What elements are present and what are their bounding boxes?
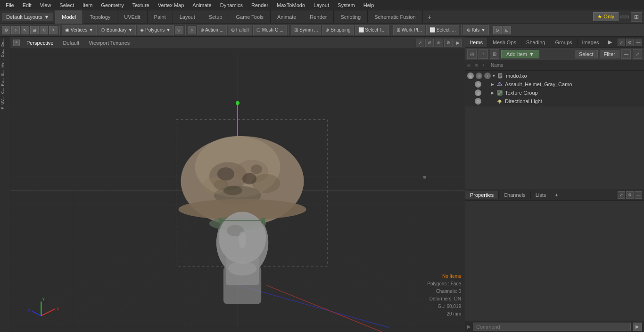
- command-exec-button[interactable]: ▶: [633, 323, 642, 331]
- panel-tab-items[interactable]: Items: [465, 38, 488, 47]
- panel-tab-mesh-ops[interactable]: Mesh Ops: [488, 38, 521, 47]
- layout-star-button[interactable]: ★ Only: [593, 12, 619, 21]
- sidebar-btn-f[interactable]: F: [0, 106, 10, 110]
- toolbar-mode-icon[interactable]: ▽: [175, 26, 183, 34]
- sidebar-btn-c[interactable]: C...: [0, 87, 10, 95]
- toolbar-snapping-btn[interactable]: ⊕ Snapping: [322, 25, 354, 35]
- toolbar-extra1-icon[interactable]: ⊙: [493, 26, 502, 34]
- command-prompt-icon[interactable]: ▶: [467, 324, 471, 329]
- tab-game-tools[interactable]: Game Tools: [229, 10, 271, 24]
- viewport-nav-icon[interactable]: ⤢: [416, 39, 424, 47]
- panel-expand-icon[interactable]: ⤢: [618, 39, 625, 46]
- items-filter-button[interactable]: Filter: [600, 50, 619, 58]
- viewport-expand-icon[interactable]: ▶: [454, 39, 462, 47]
- item-modo-lxo[interactable]: ◎ ⊞ + ▼ modo.lxo: [465, 72, 644, 80]
- prop-tab-lists[interactable]: Lists: [531, 191, 552, 199]
- toolbar-circle-icon[interactable]: ○: [188, 26, 196, 34]
- item-vis-3-icon[interactable]: +: [484, 73, 491, 79]
- sidebar-btn-me[interactable]: Me...: [0, 58, 10, 69]
- toolbar-mesh-btn[interactable]: ⬡ Mesh C ...: [253, 25, 287, 35]
- menu-maxtomodo[interactable]: MaxToModo: [273, 1, 309, 9]
- viewport-settings-icon[interactable]: ⚙: [444, 39, 453, 47]
- toolbar-selecti-btn[interactable]: ⬜ Selecti ...: [426, 25, 459, 35]
- sidebar-btn-de[interactable]: De...: [0, 38, 10, 48]
- menu-geometry[interactable]: Geometry: [97, 1, 127, 9]
- item-expand-icon[interactable]: ▼: [492, 73, 496, 78]
- prop-expand-icon[interactable]: ⤢: [618, 191, 625, 199]
- tab-topology[interactable]: Topology: [83, 10, 117, 24]
- menu-view[interactable]: View: [36, 1, 55, 9]
- item-vis-2-icon[interactable]: ⊞: [476, 73, 482, 79]
- menu-dynamics[interactable]: Dynamics: [216, 1, 247, 9]
- item-dir-light[interactable]: ◎ Directional Light: [473, 97, 644, 105]
- viewport-textures-tab[interactable]: Viewport Textures: [86, 39, 132, 47]
- sidebar-btn-e[interactable]: E...: [0, 69, 10, 77]
- viewport-menu-icon[interactable]: ≡: [13, 40, 20, 46]
- toolbar-rotate-icon[interactable]: ⟲: [40, 26, 48, 34]
- toolbar-extra2-icon[interactable]: ⊡: [503, 26, 511, 34]
- menu-select[interactable]: Select: [56, 1, 78, 9]
- add-item-button[interactable]: Add Item ▼: [501, 50, 539, 58]
- tab-layout[interactable]: Layout: [173, 10, 202, 24]
- menu-texture[interactable]: Texture: [129, 1, 153, 9]
- item-helmet-expand-icon[interactable]: ▶: [491, 82, 495, 87]
- item-light-vis-icon[interactable]: ◎: [475, 98, 481, 105]
- sidebar-btn-uv[interactable]: UV...: [0, 96, 10, 105]
- menu-edit[interactable]: Edit: [19, 1, 35, 9]
- toolbar-polygons-btn[interactable]: ◈ Polygons ▼: [137, 25, 174, 35]
- items-select-button[interactable]: Select: [575, 50, 598, 58]
- viewport-zoom-icon[interactable]: ⊕: [435, 39, 443, 47]
- tab-model[interactable]: Model: [55, 10, 83, 24]
- panel-tab-images[interactable]: Images: [578, 38, 604, 47]
- toolbar-workpl-btn[interactable]: ⊞ Work Pl...: [393, 25, 425, 35]
- tab-animate[interactable]: Animate: [271, 10, 303, 24]
- toolbar-settings-icon[interactable]: ⚙: [2, 26, 10, 34]
- item-helmet-vis-icon[interactable]: ◎: [475, 81, 481, 88]
- menu-vertex-map[interactable]: Vertex Map: [154, 1, 188, 9]
- item-helmet[interactable]: ◎ ▶ Assault_Helmet_Gray_Camo: [473, 80, 644, 89]
- items-add-icon[interactable]: +: [479, 49, 488, 59]
- panel-close-icon[interactable]: —: [635, 39, 642, 46]
- toolbar-viewport-icon[interactable]: ○: [11, 26, 20, 34]
- panel-tab-groups[interactable]: Groups: [550, 38, 577, 47]
- toolbar-select-t-btn[interactable]: ⬜ Select T...: [355, 25, 389, 35]
- menu-layout[interactable]: Layout: [310, 1, 333, 9]
- tab-uvedit[interactable]: UVEdit: [117, 10, 147, 24]
- menu-system[interactable]: System: [334, 1, 359, 9]
- item-texture-group[interactable]: ◎ ▶ Texture Group: [473, 89, 644, 97]
- menu-item[interactable]: Item: [79, 1, 96, 9]
- toolbar-boundary-btn[interactable]: ⬡ Boundary ▼: [98, 25, 136, 35]
- viewport[interactable]: ≡ Perspective Default Viewport Textures …: [10, 37, 465, 332]
- prop-settings-icon[interactable]: ⚙: [626, 191, 634, 199]
- panel-tab-shading[interactable]: Shading: [521, 38, 550, 47]
- layout-expand-button[interactable]: ⊞: [631, 12, 642, 22]
- layout-add-tab[interactable]: +: [423, 11, 436, 23]
- viewport-perspective-tab[interactable]: Perspective: [24, 39, 56, 47]
- prop-tab-plus[interactable]: +: [551, 191, 561, 199]
- toolbar-scale-icon[interactable]: ⟡: [49, 26, 58, 34]
- menu-animate[interactable]: Animate: [189, 1, 215, 9]
- command-input[interactable]: [473, 323, 631, 331]
- prop-close-icon[interactable]: —: [635, 191, 642, 199]
- viewport-canvas[interactable]: X Y Z: [10, 49, 465, 332]
- viewport-rotate-icon[interactable]: ↺: [425, 39, 434, 47]
- items-expand-icon[interactable]: ⤢: [633, 49, 642, 59]
- toolbar-vertices-btn[interactable]: ◉ Vertices ▼: [62, 25, 97, 35]
- items-minus-icon[interactable]: —: [621, 49, 631, 59]
- panel-tab-scroll-right[interactable]: ▶: [604, 38, 616, 47]
- menu-file[interactable]: File: [2, 1, 18, 9]
- prop-tab-properties[interactable]: Properties: [465, 191, 499, 199]
- toolbar-kits-btn[interactable]: ⊕ Kits ▼: [463, 25, 489, 35]
- item-vis-eye-icon[interactable]: ◎: [467, 73, 474, 79]
- menu-render[interactable]: Render: [248, 1, 272, 9]
- sidebar-btn-du[interactable]: Du...: [0, 48, 10, 58]
- item-texgroup-vis-icon[interactable]: ◎: [475, 89, 481, 96]
- item-texgroup-expand-icon[interactable]: ▶: [491, 90, 495, 95]
- tab-schematic[interactable]: Schematic Fusion: [368, 10, 422, 24]
- layout-dropdown[interactable]: Default Layouts ▼: [2, 13, 53, 21]
- layout-only-button[interactable]: [620, 16, 629, 18]
- prop-tab-channels[interactable]: Channels: [499, 191, 530, 199]
- sidebar-btn-po[interactable]: Po...: [0, 77, 10, 87]
- viewport-default-tab[interactable]: Default: [60, 39, 82, 47]
- tab-setup[interactable]: Setup: [202, 10, 230, 24]
